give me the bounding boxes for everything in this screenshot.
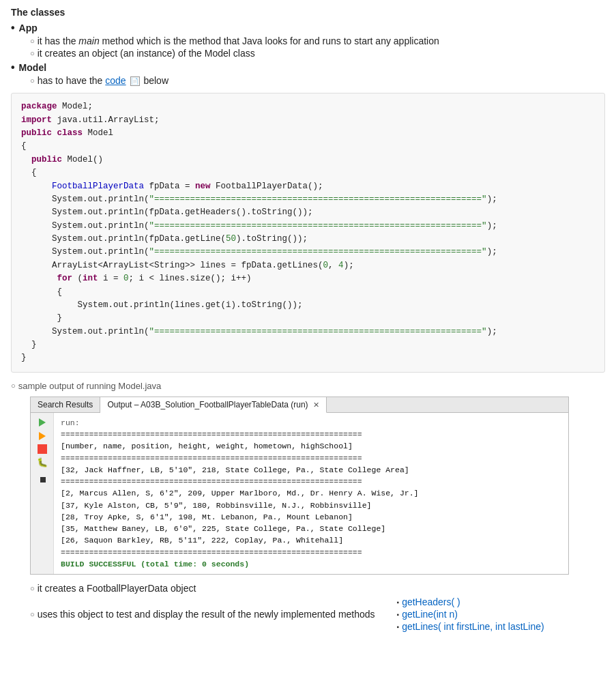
tab-search-results[interactable]: Search Results (31, 397, 100, 412)
bottom-item-2-text: uses this object to test and display the… (38, 609, 375, 620)
code-block: package Model; import java.util.ArrayLis… (11, 93, 605, 373)
get-line-link[interactable]: getLine(int n) (402, 609, 458, 620)
output-tabs: Search Results Output – A03B_Solution_Fo… (31, 397, 568, 413)
bottom-inner-item-2: getLine(int n) (397, 609, 544, 620)
model-sub-item-1: has to have the code 📄 below (30, 75, 605, 86)
app-sub-item-1: it has the main method which is the meth… (30, 35, 605, 46)
bottom-inner-list: getHeaders( ) getLine(int n) getLines( i… (378, 596, 544, 633)
sample-output-text: sample output of running Model.java (18, 381, 162, 391)
app-sub-list: it has the main method which is the meth… (11, 35, 605, 59)
output-panel: Search Results Output – A03B_Solution_Fo… (30, 397, 569, 575)
get-lines-link[interactable]: getLines( int firstLine, int lastLine) (402, 621, 544, 632)
bottom-item-1-text: it creates a FootballPlayerData object (38, 583, 196, 594)
model-label: Model (11, 61, 605, 74)
main-italic: main (78, 35, 99, 46)
bottom-inner-item-1: getHeaders( ) (397, 596, 544, 607)
app-label: App (11, 22, 605, 34)
list-item-app: App it has the main method which is the … (11, 22, 605, 59)
debug-icon: 🐛 (37, 457, 48, 467)
tab-output[interactable]: Output – A03B_Solution_FootballPlayerTab… (100, 397, 327, 413)
breakpoint-icon (40, 477, 46, 482)
play-debug-icon (39, 432, 46, 440)
get-headers-link[interactable]: getHeaders( ) (402, 596, 460, 607)
bottom-item-1: it creates a FootballPlayerData object (30, 583, 605, 594)
play-button[interactable] (36, 417, 48, 428)
stop-button[interactable] (38, 444, 47, 454)
app-sub-text-2: it creates an object (an instance) of th… (38, 48, 255, 59)
debug-button[interactable]: 🐛 (36, 457, 48, 469)
app-sub-item-2: it creates an object (an instance) of th… (30, 48, 605, 59)
outer-list: App it has the main method which is the … (11, 22, 605, 86)
output-sidebar: 🐛 (31, 413, 54, 574)
play-debug-button[interactable] (36, 431, 48, 442)
code-file-icon: 📄 (130, 76, 140, 86)
tab-close-icon[interactable]: ✕ (313, 401, 319, 409)
output-body: 🐛 run: =================================… (31, 413, 568, 574)
bottom-inner-item-3: getLines( int firstLine, int lastLine) (397, 621, 544, 632)
app-sub-text-1: it has the main method which is the meth… (38, 35, 439, 46)
list-item-model: Model has to have the code 📄 below (11, 61, 605, 86)
model-sub-text: has to have the code 📄 below (38, 75, 168, 86)
model-sub-list: has to have the code 📄 below (11, 75, 605, 86)
section-title: The classes (11, 7, 605, 18)
code-link[interactable]: code (105, 75, 126, 86)
play-icon (39, 418, 46, 427)
output-content: run: ===================================… (54, 413, 568, 574)
bottom-item-2: uses this object to test and display the… (30, 595, 605, 633)
bottom-list: it creates a FootballPlayerData object u… (11, 583, 605, 633)
sample-output-label: sample output of running Model.java (11, 381, 605, 391)
